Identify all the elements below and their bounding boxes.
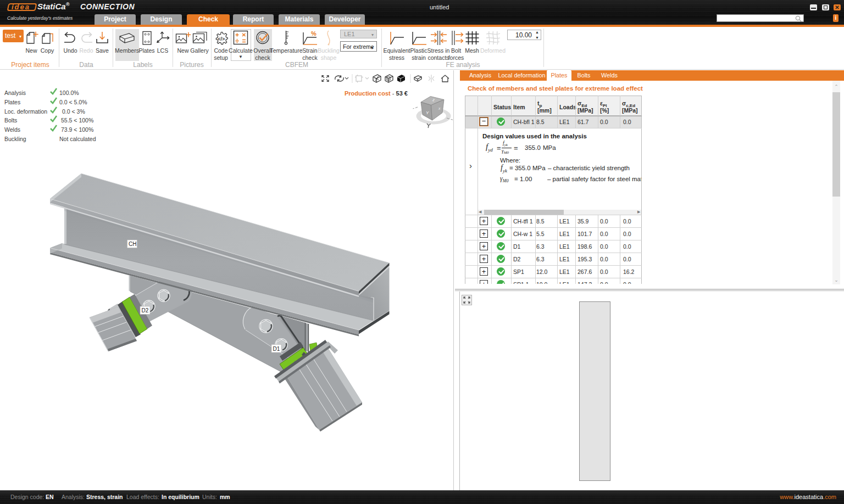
- svg-text:</>: </>: [218, 36, 225, 42]
- svg-text:D1: D1: [273, 346, 280, 352]
- svg-text:%: %: [311, 30, 316, 37]
- svg-text:CH: CH: [129, 241, 136, 247]
- svg-text:D2: D2: [142, 307, 149, 313]
